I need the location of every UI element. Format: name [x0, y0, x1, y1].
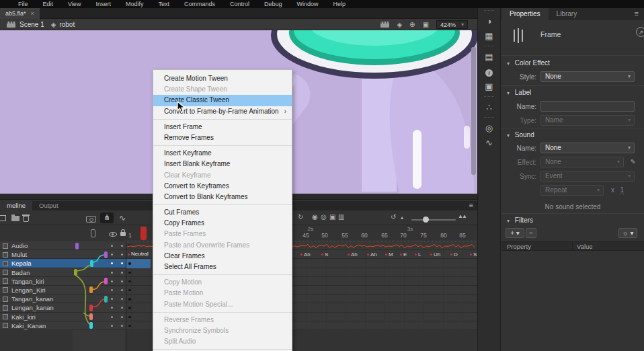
menubar-item-help[interactable]: Help — [326, 0, 354, 8]
context-menu-item[interactable]: Clear Keyframe — [153, 170, 292, 181]
onion-skin-outlines-icon[interactable]: ◎ — [321, 213, 327, 221]
color-panel-icon[interactable]: ◑ — [478, 14, 500, 29]
tab-meline[interactable]: meline — [0, 201, 32, 210]
clip-content-icon[interactable]: ▣ — [423, 21, 429, 28]
label-name-input[interactable] — [540, 101, 635, 112]
layer-visibility-dot[interactable] — [111, 316, 113, 318]
section-filters[interactable]: ▾ Filters — [507, 217, 533, 224]
layer-lock-dot[interactable] — [121, 325, 123, 327]
layer-visibility-dot[interactable] — [111, 262, 113, 264]
layer-visibility-dot[interactable] — [111, 245, 113, 247]
context-menu-item[interactable]: Paste Motion Special... — [153, 299, 292, 310]
menubar-item-commands[interactable]: Commands — [177, 0, 223, 8]
layer-row-kaki_kanan[interactable]: Kaki_Kanan — [0, 321, 126, 330]
context-menu-item[interactable]: Create Shape Tween — [153, 84, 292, 95]
edit-symbols-icon[interactable]: ◈ — [397, 21, 402, 28]
context-menu-item[interactable]: Cut Frames — [153, 207, 292, 218]
style-dropdown[interactable]: None ▾ — [540, 71, 635, 82]
tab-library[interactable]: Library — [549, 8, 586, 20]
menubar-item-edit[interactable]: Edit — [36, 0, 61, 8]
section-sound[interactable]: ▾ Sound — [507, 131, 534, 139]
layer-row-tangan_kanan[interactable]: Tangan_kanan — [0, 295, 126, 303]
layer-lock-dot[interactable] — [121, 316, 123, 318]
tab-output[interactable]: Output — [32, 201, 65, 210]
section-label[interactable]: ▾ Label — [507, 89, 531, 96]
new-layer-icon[interactable] — [0, 215, 6, 221]
layer-row-mulut[interactable]: Mulut — [0, 250, 126, 259]
motion-editor-panel-icon[interactable]: ∿ — [478, 136, 500, 151]
context-menu-item[interactable]: Copy Motion — [153, 277, 292, 288]
center-stage-icon[interactable]: ⊕ — [409, 21, 415, 28]
context-menu-item[interactable]: Paste and Overwrite Frames — [153, 240, 292, 251]
breadcrumb-scene[interactable]: Scene 1 — [19, 21, 44, 28]
zoom-out-icon[interactable]: ▴ — [401, 214, 403, 221]
parent-view-icon[interactable]: ⋔ — [100, 212, 114, 223]
layer-lock-dot[interactable] — [121, 245, 123, 247]
layer-row-kepala[interactable]: Kepala — [0, 259, 126, 268]
context-menu-item[interactable]: Reverse Frames — [153, 315, 292, 325]
swatches-panel-icon[interactable]: ▦ — [478, 29, 500, 44]
layer-visibility-dot[interactable] — [111, 307, 113, 309]
layer-visibility-dot[interactable] — [111, 254, 113, 256]
document-tab[interactable]: ab5.fla* × — [0, 8, 40, 19]
layer-lock-dot[interactable] — [121, 254, 123, 256]
context-menu-item[interactable]: Convert to Blank Keyframes — [153, 192, 292, 202]
context-menu-item[interactable]: Split Audio — [153, 336, 292, 347]
layer-lock-dot[interactable] — [121, 262, 123, 264]
eye-icon[interactable] — [109, 232, 117, 237]
tab-properties[interactable]: Properties — [501, 8, 549, 20]
align-panel-icon[interactable]: ▤ — [478, 50, 500, 65]
context-menu-item[interactable]: Convert to Frame-by-Frame Animation› — [153, 106, 292, 117]
pencil-icon[interactable]: ✎ — [631, 158, 636, 165]
layer-row-kaki_kiri[interactable]: Kaki_kiri — [0, 313, 126, 321]
menubar-item-debug[interactable]: Debug — [257, 0, 290, 8]
timeline-zoom-slider-knob[interactable] — [423, 217, 429, 223]
cc-libraries-panel-icon[interactable]: ◎ — [478, 121, 500, 136]
context-menu-item[interactable]: Synchronize Symbols — [153, 325, 292, 336]
layer-row-badan[interactable]: Badan — [0, 268, 126, 277]
context-menu-item[interactable]: Paste Frames — [153, 229, 292, 239]
context-menu-item[interactable]: Create Motion Tween — [153, 73, 292, 84]
context-menu-item[interactable]: Copy Frames — [153, 218, 292, 229]
brush-library-panel-icon[interactable]: ∴ — [478, 100, 500, 115]
onion-skin-icon[interactable]: ◉ — [312, 213, 318, 221]
modify-markers-icon[interactable]: ▥ — [338, 213, 344, 221]
repeat-count[interactable]: 1 — [620, 186, 624, 194]
context-menu-item[interactable]: Remove Frames — [153, 132, 292, 143]
menubar-item-window[interactable]: Window — [290, 0, 326, 8]
layer-visibility-dot[interactable] — [111, 272, 113, 274]
lock-icon[interactable] — [120, 232, 126, 236]
edit-scene-icon[interactable] — [380, 22, 389, 28]
zoom-in-icon[interactable]: ▲▲ — [458, 213, 466, 219]
layer-lock-dot[interactable] — [121, 272, 123, 274]
stage-zoom-select[interactable]: 424% ▾ — [436, 20, 468, 29]
circle-arrow-icon[interactable]: ↗ — [636, 27, 644, 37]
info-panel-icon[interactable]: i — [478, 65, 500, 79]
remove-filter-button[interactable]: − — [526, 228, 536, 238]
layer-row-lengan_kanan[interactable]: Lengan_kanan — [0, 303, 126, 312]
delete-layer-icon[interactable] — [23, 216, 29, 222]
reset-timeline-zoom-icon[interactable]: ↺ — [391, 213, 396, 221]
context-menu-item[interactable]: Select All Frames — [153, 262, 292, 272]
layer-lock-dot[interactable] — [121, 298, 123, 300]
graph-editor-icon[interactable]: ∿ — [117, 212, 128, 223]
layer-visibility-dot[interactable] — [111, 289, 113, 291]
new-folder-icon[interactable] — [11, 216, 19, 221]
section-color-effect[interactable]: ▾ Color Effect — [507, 59, 550, 67]
camera-icon[interactable] — [86, 216, 96, 223]
layer-visibility-dot[interactable] — [111, 280, 113, 282]
layer-lock-dot[interactable] — [121, 289, 123, 291]
panel-menu-icon[interactable]: ≡ — [635, 9, 639, 17]
menubar-item-text[interactable]: Text — [151, 0, 177, 8]
context-menu-item[interactable]: Create Classic Tween — [153, 95, 292, 106]
layer-row-tangan_kiri[interactable]: Tangan_kiri — [0, 277, 126, 286]
layer-row-lengan_kiri[interactable]: Lengan_Kiri — [0, 286, 126, 295]
menubar-item-insert[interactable]: Insert — [88, 0, 118, 8]
context-menu-item[interactable]: Convert to Keyframes — [153, 181, 292, 192]
transform-panel-icon[interactable]: ▣ — [478, 79, 500, 94]
edit-multiple-frames-icon[interactable]: ▣ — [329, 213, 335, 221]
layer-lock-dot[interactable] — [121, 307, 123, 309]
panel-menu-icon[interactable]: ≡ — [469, 201, 473, 209]
context-menu-item[interactable]: Clear Frames — [153, 251, 292, 262]
playhead[interactable] — [140, 227, 147, 240]
